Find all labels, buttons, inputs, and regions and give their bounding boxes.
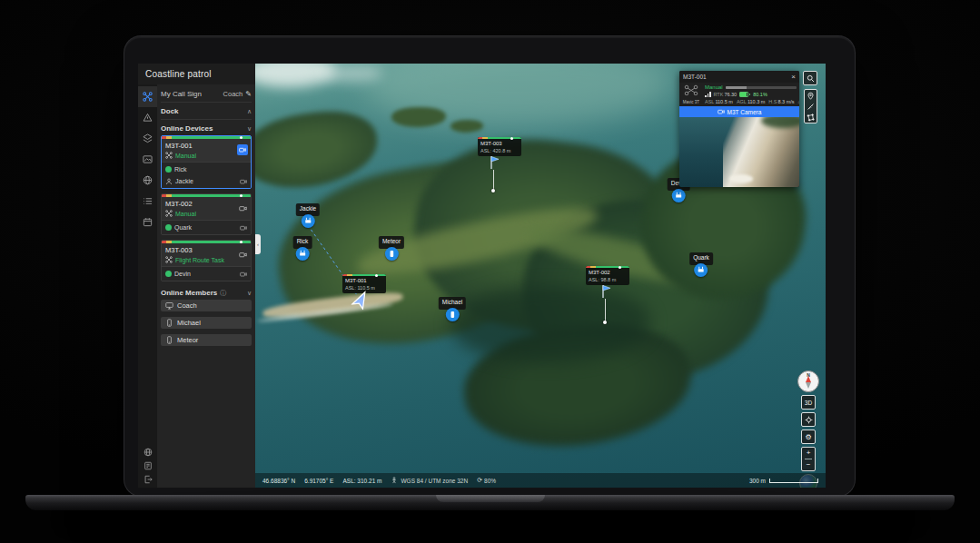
online-members-header[interactable]: Online Members ⓘ ∨ <box>161 286 252 300</box>
drone-marker-label-m3t-003[interactable]: M3T-003 ASL: 420.8 m <box>478 137 521 156</box>
crew-row[interactable]: Rick <box>162 163 251 175</box>
device-crew-list: Quark <box>162 220 251 234</box>
member-row-michael[interactable]: Michael <box>161 317 252 329</box>
nav-task-list[interactable] <box>138 191 157 212</box>
drone-name: M3T-001 <box>342 276 386 284</box>
nav-schedule[interactable] <box>138 212 157 232</box>
device-video-button[interactable] <box>237 202 248 213</box>
search-button[interactable] <box>803 71 817 85</box>
zoom-control: + − <box>801 447 816 471</box>
drone-flag-icon-m3t-002[interactable] <box>599 284 612 299</box>
device-mode: Manual <box>175 153 196 159</box>
device-video-button[interactable] <box>237 249 248 260</box>
online-avatar <box>165 224 172 231</box>
logout-button[interactable] <box>144 475 153 484</box>
nav-missions[interactable] <box>138 107 157 128</box>
locate-button[interactable] <box>801 412 816 427</box>
online-avatar <box>165 166 172 173</box>
map-status-bar: 46.68836° N 6.91705° E ASL: 310.21 m WGS… <box>255 473 826 488</box>
view-3d-button[interactable]: 3D <box>801 395 816 410</box>
alert-triangle-icon <box>143 113 153 123</box>
phone-icon <box>165 319 173 327</box>
agl-label: AGL <box>737 99 747 104</box>
dock-icon <box>694 263 708 277</box>
compass[interactable]: N <box>797 370 819 392</box>
map-pin-jackie[interactable]: Jackie <box>296 203 320 228</box>
crew-row[interactable]: Quark <box>162 222 251 233</box>
video-window[interactable]: M3T-001 × Mavic 3T Manual <box>679 71 799 187</box>
project-title: Coastline patrol <box>138 64 255 84</box>
edit-call-sign-button[interactable]: ✎ <box>245 90 252 98</box>
datum-item[interactable]: WGS 84 / UTM zone 32N <box>391 477 468 484</box>
info-icon[interactable]: ⓘ <box>220 289 226 298</box>
zoom-out-button[interactable]: − <box>807 459 811 470</box>
device-card-m3t-001[interactable]: M3T-001 Manual Rick <box>161 135 252 189</box>
online-avatar <box>165 271 172 277</box>
member-row-coach[interactable]: Coach <box>161 300 252 311</box>
camera-icon[interactable] <box>240 178 247 185</box>
terrain-island <box>450 120 483 133</box>
device-card-m3t-003[interactable]: M3T-003 Flight Route Task <box>161 240 252 281</box>
map-pin-quark[interactable]: Quark <box>689 252 713 277</box>
member-row-meteor[interactable]: Meteor <box>161 334 252 346</box>
sidebar: Coastline patrol <box>138 64 255 488</box>
longitude-value: 6.91705° E <box>304 478 333 484</box>
scale-label: 300 m <box>749 478 766 484</box>
map-pin-meteor[interactable]: Meteor <box>379 236 404 261</box>
map-pin-rick[interactable]: Rick <box>293 236 312 261</box>
online-members-label: Online Members <box>161 289 217 297</box>
drone-icon <box>165 152 173 159</box>
video-feed[interactable] <box>679 117 799 187</box>
online-devices-header[interactable]: Online Devices ∨ <box>161 122 252 135</box>
drone-silhouette-icon <box>684 84 698 95</box>
report-button[interactable] <box>144 461 153 470</box>
divider <box>161 102 252 103</box>
call-sign-value: Coach <box>223 90 243 98</box>
laptop-base-notch <box>436 495 545 502</box>
media-icon <box>143 154 153 164</box>
nav-layers[interactable] <box>138 128 157 149</box>
video-window-header[interactable]: M3T-001 × <box>679 71 799 83</box>
device-video-button[interactable] <box>237 144 248 155</box>
polygon-tool-button[interactable] <box>805 112 817 123</box>
compass-needle-south <box>806 382 811 389</box>
m3t-camera-button[interactable]: M3T Camera <box>679 106 799 117</box>
chevron-down-icon[interactable]: ∨ <box>247 125 252 133</box>
chevron-down-icon[interactable]: ∨ <box>247 290 252 297</box>
nav-live-globe[interactable] <box>138 170 157 191</box>
laptop-shadow <box>64 509 917 529</box>
nav-media[interactable] <box>138 149 157 170</box>
online-devices-label: Online Devices <box>161 124 213 133</box>
video-telemetry: Mavic 3T Manual RTK76.30 80.1% <box>679 83 799 106</box>
measure-tool-button[interactable] <box>805 101 817 112</box>
map-3d-view[interactable]: ‹ Jackie Rick Meteor <box>255 64 826 488</box>
drone-model: Mavic 3T <box>683 100 699 104</box>
gear-icon: ⚙ <box>805 433 811 441</box>
ruler-icon <box>807 103 815 111</box>
dock-panel: My Call Sign Coach ✎ Dock ∧ Online <box>157 84 255 488</box>
zoom-in-button[interactable]: + <box>807 448 811 459</box>
device-battery-bar <box>162 194 251 197</box>
drone-thumbnail: Mavic 3T <box>679 83 703 106</box>
panel-collapse-handle[interactable]: ‹ <box>255 234 261 254</box>
device-card-m3t-002[interactable]: M3T-002 Manual Quark <box>161 193 252 235</box>
laptop-base <box>25 495 955 510</box>
crew-row[interactable]: Jackie <box>162 175 251 187</box>
nav-devices[interactable] <box>138 86 157 107</box>
drone-marker-label-m3t-002[interactable]: M3T-002 ASL: 98.8 m <box>586 266 629 285</box>
dock-section-header[interactable]: Dock ∧ <box>161 104 252 118</box>
pin-tool-button[interactable] <box>805 90 817 101</box>
close-icon[interactable]: × <box>791 74 796 81</box>
chevron-up-icon[interactable]: ∧ <box>247 108 252 115</box>
map-settings-button[interactable]: ⚙ <box>801 429 816 444</box>
crew-row[interactable]: Devin <box>162 268 251 280</box>
map-pin-michael[interactable]: Michael <box>439 297 466 321</box>
camera-icon[interactable] <box>240 271 247 278</box>
camera-icon <box>239 204 247 212</box>
drone-flag-icon-m3t-003[interactable] <box>488 155 500 170</box>
drone-icon <box>165 256 173 263</box>
gimbal-slider[interactable] <box>726 86 797 89</box>
language-button[interactable] <box>144 448 153 457</box>
datum-person-icon <box>391 477 398 484</box>
camera-icon[interactable] <box>240 224 247 232</box>
